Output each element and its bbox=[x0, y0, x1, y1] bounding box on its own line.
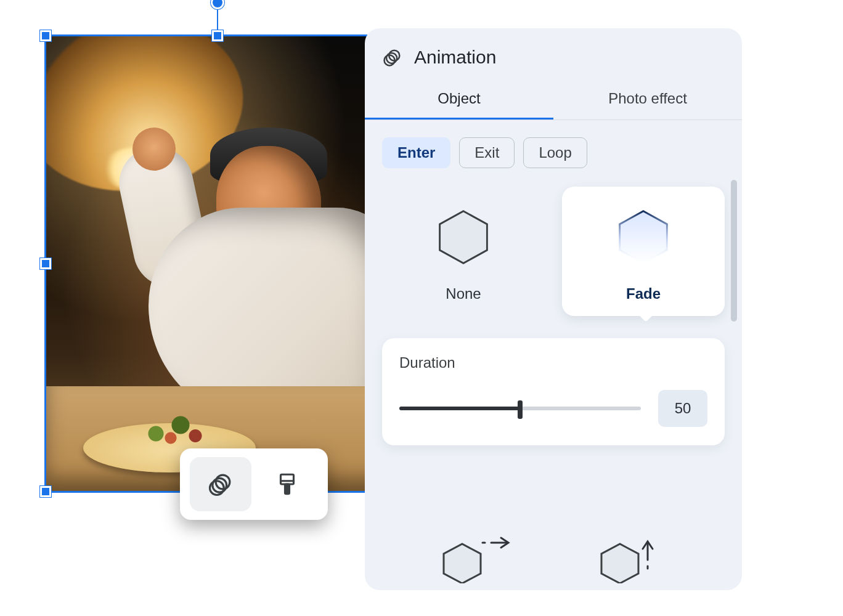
slider-track-fill bbox=[399, 407, 520, 410]
svg-marker-8 bbox=[440, 211, 487, 263]
rotation-handle-stem bbox=[217, 9, 218, 31]
panel-body: Enter Exit Loop None bbox=[365, 120, 742, 583]
duration-label: Duration bbox=[399, 354, 707, 371]
panel-tabs: Object Photo effect bbox=[365, 79, 742, 120]
tab-object[interactable]: Object bbox=[365, 79, 553, 120]
svg-point-0 bbox=[216, 475, 230, 489]
duration-slider[interactable] bbox=[399, 399, 641, 418]
svg-rect-3 bbox=[281, 474, 294, 484]
paintbrush-icon bbox=[274, 471, 300, 497]
svg-point-2 bbox=[210, 481, 224, 495]
hexagon-icon bbox=[434, 208, 493, 267]
tab-photo-effect[interactable]: Photo effect bbox=[553, 79, 742, 120]
duration-value[interactable]: 50 bbox=[658, 390, 707, 427]
context-toolbar-brush-button[interactable] bbox=[256, 457, 318, 511]
animation-option-slide-right[interactable] bbox=[434, 534, 521, 583]
resize-handle-bottom-left[interactable] bbox=[40, 486, 51, 497]
animation-option-none[interactable]: None bbox=[382, 187, 545, 316]
rotation-handle[interactable] bbox=[211, 0, 224, 9]
panel-title: Animation bbox=[414, 47, 496, 68]
animation-option-fade[interactable]: Fade bbox=[562, 187, 725, 316]
selected-image-frame[interactable] bbox=[44, 34, 391, 493]
image-canvas bbox=[46, 36, 389, 491]
panel-scrollbar-thumb[interactable] bbox=[731, 180, 737, 322]
animation-options: None bbox=[382, 187, 725, 316]
svg-marker-10 bbox=[444, 544, 481, 583]
chip-exit[interactable]: Exit bbox=[459, 137, 515, 168]
context-toolbar-animation-button[interactable] bbox=[190, 457, 251, 511]
animation-icon bbox=[382, 47, 403, 68]
animation-panel: Animation Object Photo effect Enter Exit… bbox=[365, 28, 742, 590]
duration-card: Duration 50 bbox=[382, 338, 725, 445]
svg-marker-9 bbox=[620, 211, 667, 263]
svg-marker-11 bbox=[601, 544, 638, 583]
slider-thumb[interactable] bbox=[518, 400, 523, 419]
animation-option-slide-up[interactable] bbox=[586, 534, 672, 583]
hexagon-fade-icon bbox=[614, 208, 673, 267]
animation-option-label: None bbox=[446, 285, 481, 302]
chip-enter[interactable]: Enter bbox=[382, 137, 450, 168]
resize-handle-mid-left[interactable] bbox=[40, 258, 51, 269]
animation-icon bbox=[208, 471, 234, 497]
animation-phase-chips: Enter Exit Loop bbox=[382, 137, 725, 168]
context-toolbar bbox=[180, 448, 328, 520]
photo-placeholder bbox=[46, 36, 389, 491]
panel-header: Animation bbox=[365, 28, 742, 79]
svg-rect-4 bbox=[285, 484, 290, 494]
resize-handle-top-mid[interactable] bbox=[212, 30, 223, 41]
chip-loop[interactable]: Loop bbox=[523, 137, 587, 168]
resize-handle-top-left[interactable] bbox=[40, 30, 51, 41]
svg-point-6 bbox=[386, 53, 397, 63]
animation-options-row-2 bbox=[365, 534, 742, 583]
